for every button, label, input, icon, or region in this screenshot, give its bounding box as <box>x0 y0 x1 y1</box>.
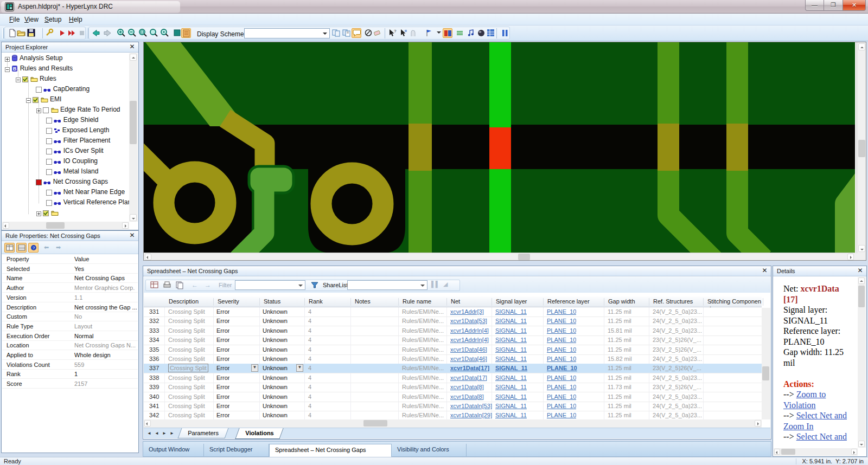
svg-text:?: ? <box>394 29 397 34</box>
svg-text:B: B <box>13 66 17 72</box>
svg-text:?: ? <box>33 246 35 250</box>
